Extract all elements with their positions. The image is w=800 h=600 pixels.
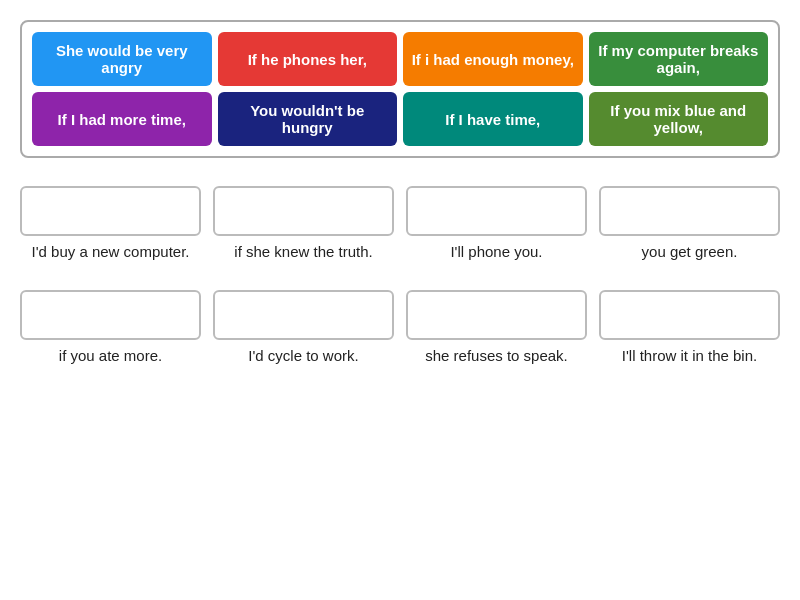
drop-label-d2: if she knew the truth.: [234, 242, 372, 262]
drop-row-2: if you ate more.I'd cycle to work.she re…: [20, 290, 780, 366]
card-c8[interactable]: If you mix blue and yellow,: [589, 92, 769, 146]
drop-zone-d5[interactable]: [20, 290, 201, 340]
drop-label-d3: I'll phone you.: [450, 242, 542, 262]
drop-col-d2: if she knew the truth.: [213, 186, 394, 262]
card-c4[interactable]: If my computer breaks again,: [589, 32, 769, 86]
drop-col-d4: you get green.: [599, 186, 780, 262]
drop-col-d5: if you ate more.: [20, 290, 201, 366]
drop-zone-d3[interactable]: [406, 186, 587, 236]
card-c1[interactable]: She would be very angry: [32, 32, 212, 86]
drop-label-d5: if you ate more.: [59, 346, 162, 366]
card-c7[interactable]: If I have time,: [403, 92, 583, 146]
drop-label-d6: I'd cycle to work.: [248, 346, 358, 366]
drop-zone-d7[interactable]: [406, 290, 587, 340]
drop-zone-d1[interactable]: [20, 186, 201, 236]
card-c5[interactable]: If I had more time,: [32, 92, 212, 146]
drop-col-d1: I'd buy a new computer.: [20, 186, 201, 262]
card-c2[interactable]: If he phones her,: [218, 32, 398, 86]
drop-zone-d4[interactable]: [599, 186, 780, 236]
drop-col-d8: I'll throw it in the bin.: [599, 290, 780, 366]
drop-label-d1: I'd buy a new computer.: [32, 242, 190, 262]
drop-label-d7: she refuses to speak.: [425, 346, 568, 366]
drop-col-d3: I'll phone you.: [406, 186, 587, 262]
drop-col-d7: she refuses to speak.: [406, 290, 587, 366]
card-c3[interactable]: If i had enough money,: [403, 32, 583, 86]
drop-rows-wrapper: I'd buy a new computer.if she knew the t…: [20, 186, 780, 373]
drop-zone-d2[interactable]: [213, 186, 394, 236]
drop-zone-d6[interactable]: [213, 290, 394, 340]
card-bank: She would be very angryIf he phones her,…: [20, 20, 780, 158]
drop-row-1: I'd buy a new computer.if she knew the t…: [20, 186, 780, 262]
card-c6[interactable]: You wouldn't be hungry: [218, 92, 398, 146]
drop-col-d6: I'd cycle to work.: [213, 290, 394, 366]
drop-zone-d8[interactable]: [599, 290, 780, 340]
drop-label-d8: I'll throw it in the bin.: [622, 346, 757, 366]
drop-label-d4: you get green.: [642, 242, 738, 262]
